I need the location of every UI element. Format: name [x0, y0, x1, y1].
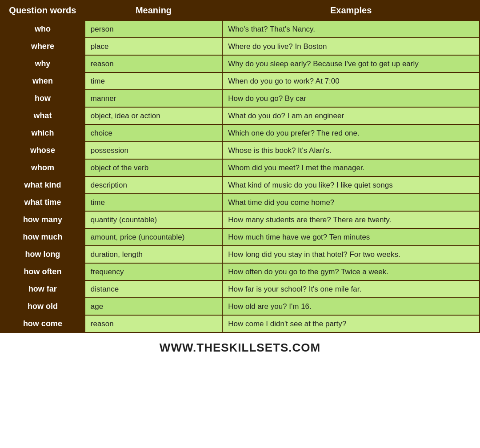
col-header-examples: Examples — [222, 0, 480, 20]
question-word-cell: how come — [0, 315, 85, 332]
table-row: how oldageHow old are you? I'm 16. — [0, 298, 480, 315]
meaning-cell: reason — [85, 55, 222, 72]
meaning-cell: age — [85, 298, 222, 315]
meaning-cell: choice — [85, 124, 222, 142]
table-row: how longduration, lengthHow long did you… — [0, 246, 480, 263]
example-cell: How do you go? By car — [222, 90, 480, 107]
table-row: how manyquantity (countable)How many stu… — [0, 211, 480, 228]
example-cell: Why do you sleep early? Because I've got… — [222, 55, 480, 72]
question-word-cell: how often — [0, 263, 85, 280]
example-cell: Whom did you meet? I met the manager. — [222, 159, 480, 176]
question-word-cell: where — [0, 38, 85, 55]
meaning-cell: distance — [85, 280, 222, 298]
question-word-cell: what — [0, 107, 85, 124]
meaning-cell: description — [85, 176, 222, 194]
table-row: what timetimeWhat time did you come home… — [0, 194, 480, 211]
example-cell: How far is your school? It's one mile fa… — [222, 280, 480, 298]
meaning-cell: quantity (countable) — [85, 211, 222, 228]
meaning-cell: object, idea or action — [85, 107, 222, 124]
question-word-cell: when — [0, 72, 85, 90]
meaning-cell: frequency — [85, 263, 222, 280]
table-row: whosepossessionWhose is this book? It's … — [0, 142, 480, 159]
table-row: whopersonWho's that? That's Nancy. — [0, 20, 480, 38]
question-word-cell: why — [0, 55, 85, 72]
footer-website: WWW.THESKILLSETS.COM — [0, 333, 480, 359]
question-word-cell: how many — [0, 211, 85, 228]
table-row: whentimeWhen do you go to work? At 7:00 — [0, 72, 480, 90]
question-word-cell: what time — [0, 194, 85, 211]
col-header-meaning: Meaning — [85, 0, 222, 20]
example-cell: When do you go to work? At 7:00 — [222, 72, 480, 90]
example-cell: Who's that? That's Nancy. — [222, 20, 480, 38]
table-row: how muchamount, price (uncountable)How m… — [0, 228, 480, 246]
example-cell: Whose is this book? It's Alan's. — [222, 142, 480, 159]
example-cell: What kind of music do you like? I like q… — [222, 176, 480, 194]
table-row: how comereasonHow come I didn't see at t… — [0, 315, 480, 332]
meaning-cell: person — [85, 20, 222, 38]
meaning-cell: time — [85, 72, 222, 90]
example-cell: How old are you? I'm 16. — [222, 298, 480, 315]
question-word-cell: how long — [0, 246, 85, 263]
table-row: what kinddescriptionWhat kind of music d… — [0, 176, 480, 194]
example-cell: Which one do you prefer? The red one. — [222, 124, 480, 142]
table-row: whomobject of the verbWhom did you meet?… — [0, 159, 480, 176]
example-cell: What do you do? I am an engineer — [222, 107, 480, 124]
question-word-cell: how — [0, 90, 85, 107]
meaning-cell: reason — [85, 315, 222, 332]
question-word-cell: how old — [0, 298, 85, 315]
meaning-cell: object of the verb — [85, 159, 222, 176]
col-header-question-words: Question words — [0, 0, 85, 20]
table-row: howmannerHow do you go? By car — [0, 90, 480, 107]
meaning-cell: amount, price (uncountable) — [85, 228, 222, 246]
meaning-cell: manner — [85, 90, 222, 107]
question-word-cell: how far — [0, 280, 85, 298]
table-row: whichchoiceWhich one do you prefer? The … — [0, 124, 480, 142]
table-row: how oftenfrequencyHow often do you go to… — [0, 263, 480, 280]
question-word-cell: whose — [0, 142, 85, 159]
example-cell: How much time have we got? Ten minutes — [222, 228, 480, 246]
example-cell: What time did you come home? — [222, 194, 480, 211]
table-row: whereplaceWhere do you live? In Boston — [0, 38, 480, 55]
question-word-cell: which — [0, 124, 85, 142]
table-row: whyreasonWhy do you sleep early? Because… — [0, 55, 480, 72]
example-cell: Where do you live? In Boston — [222, 38, 480, 55]
question-word-cell: how much — [0, 228, 85, 246]
question-word-cell: who — [0, 20, 85, 38]
question-word-cell: what kind — [0, 176, 85, 194]
table-row: how fardistanceHow far is your school? I… — [0, 280, 480, 298]
example-cell: How many students are there? There are t… — [222, 211, 480, 228]
example-cell: How come I didn't see at the party? — [222, 315, 480, 332]
meaning-cell: time — [85, 194, 222, 211]
table-row: whatobject, idea or actionWhat do you do… — [0, 107, 480, 124]
question-words-table: Question words Meaning Examples whoperso… — [0, 0, 480, 333]
meaning-cell: place — [85, 38, 222, 55]
table-header-row: Question words Meaning Examples — [0, 0, 480, 20]
question-word-cell: whom — [0, 159, 85, 176]
meaning-cell: duration, length — [85, 246, 222, 263]
meaning-cell: possession — [85, 142, 222, 159]
example-cell: How long did you stay in that hotel? For… — [222, 246, 480, 263]
example-cell: How often do you go to the gym? Twice a … — [222, 263, 480, 280]
